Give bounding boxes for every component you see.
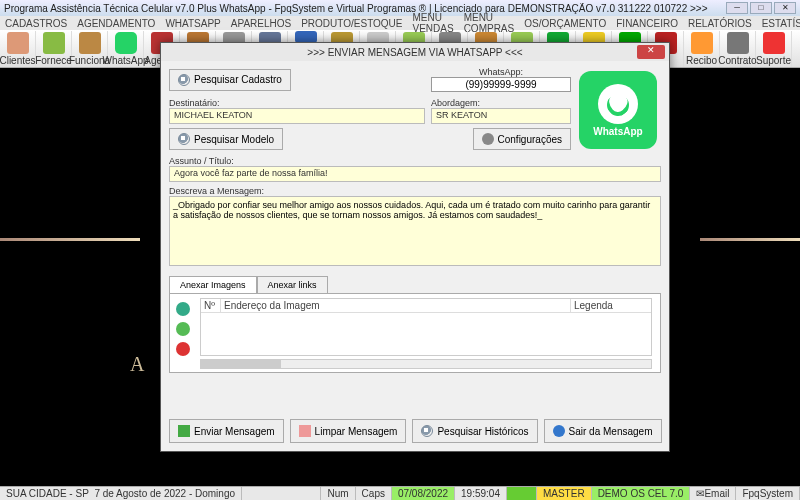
tool-whatsapp[interactable]: WhatsApp xyxy=(108,31,144,67)
menubar: CADASTROS AGENDAMENTO WHATSAPP APARELHOS… xyxy=(0,16,800,30)
whatsapp-bubble-icon xyxy=(598,84,638,124)
configuracoes-button[interactable]: Configurações xyxy=(473,128,571,150)
remove-image-button[interactable] xyxy=(176,342,190,356)
os-icon xyxy=(295,31,317,43)
pesquisar-historicos-button[interactable]: Pesquisar Históricos xyxy=(412,419,537,443)
images-panel: Nº Endereço da Imagem Legenda xyxy=(169,293,661,373)
support-icon xyxy=(763,32,785,54)
window-titlebar: Programa Assistência Técnica Celular v7.… xyxy=(0,0,800,16)
mensagem-textarea[interactable] xyxy=(169,196,661,266)
menu-produto[interactable]: PRODUTO/ESTOQUE xyxy=(298,18,405,29)
status-demo: DEMO OS CEL 7.0 xyxy=(592,487,691,500)
menu-estatistica[interactable]: ESTATÍSTICA xyxy=(759,18,800,29)
image-list[interactable]: Nº Endereço da Imagem Legenda xyxy=(200,298,652,356)
search-icon xyxy=(178,133,190,145)
phone-number: (99)99999-9999 xyxy=(431,77,571,92)
destinatario-label: Destinatário: xyxy=(169,98,425,108)
tool-clientes[interactable]: Clientes xyxy=(0,31,36,67)
status-email[interactable]: ✉ Email xyxy=(690,487,736,500)
destinatario-field[interactable]: MICHAEL KEATON xyxy=(169,108,425,124)
receipt-icon xyxy=(691,32,713,54)
dialog-title: >>> ENVIAR MENSAGEM VIA WHATSAPP <<< xyxy=(307,47,522,58)
dialog-titlebar: >>> ENVIAR MENSAGEM VIA WHATSAPP <<< ✕ xyxy=(161,43,669,61)
status-brand: FpqSystem xyxy=(736,487,800,500)
tab-anexar-links[interactable]: Anexar links xyxy=(257,276,328,294)
exit-icon xyxy=(553,425,565,437)
status-caps: Caps xyxy=(356,487,392,500)
pesquisar-modelo-button[interactable]: Pesquisar Modelo xyxy=(169,128,283,150)
status-date-short: 07/08/2022 xyxy=(392,487,455,500)
limpar-mensagem-button[interactable]: Limpar Mensagem xyxy=(290,419,407,443)
whatsapp-label: WhatsApp: xyxy=(431,67,571,77)
col-legenda: Legenda xyxy=(571,299,651,312)
menu-whatsapp[interactable]: WHATSAPP xyxy=(162,18,223,29)
decoration-line xyxy=(0,238,140,241)
tool-fornecedores[interactable]: Fornece xyxy=(36,31,72,67)
people-icon xyxy=(7,32,29,54)
tool-recibo[interactable]: Recibo xyxy=(684,31,720,67)
status-city: SUA CIDADE - SP xyxy=(6,488,89,499)
add-image-button[interactable] xyxy=(176,302,190,316)
eraser-icon xyxy=(299,425,311,437)
descreva-label: Descreva a Mensagem: xyxy=(169,186,661,196)
assunto-field[interactable]: Agora você faz parte de nossa família! xyxy=(169,166,661,182)
status-time: 19:59:04 xyxy=(455,487,507,500)
assunto-label: Assunto / Título: xyxy=(169,156,661,166)
decoration-line xyxy=(700,238,800,241)
tool-contrato[interactable]: Contrato xyxy=(720,31,756,67)
menu-agendamento[interactable]: AGENDAMENTO xyxy=(74,18,158,29)
status-date-long: 7 de Agosto de 2022 - Domingo xyxy=(94,488,235,499)
status-num: Num xyxy=(321,487,355,500)
abordagem-field[interactable]: SR KEATON xyxy=(431,108,571,124)
abordagem-label: Abordagem: xyxy=(431,98,571,108)
whatsapp-logo: WhatsApp xyxy=(579,71,657,149)
search-icon xyxy=(421,425,433,437)
tool-suporte[interactable]: Suporte xyxy=(756,31,792,67)
worker-icon xyxy=(79,32,101,54)
whatsapp-dialog: >>> ENVIAR MENSAGEM VIA WHATSAPP <<< ✕ W… xyxy=(160,42,670,452)
search-icon xyxy=(178,74,190,86)
menu-aparelhos[interactable]: APARELHOS xyxy=(228,18,294,29)
supplier-icon xyxy=(43,32,65,54)
window-title: Programa Assistência Técnica Celular v7.… xyxy=(4,3,726,14)
check-icon xyxy=(178,425,190,437)
col-numero: Nº xyxy=(201,299,221,312)
gear-icon xyxy=(482,133,494,145)
status-master: MASTER xyxy=(537,487,592,500)
horizontal-scrollbar[interactable] xyxy=(200,359,652,369)
menu-cadastros[interactable]: CADASTROS xyxy=(2,18,70,29)
close-window-button[interactable]: ✕ xyxy=(774,2,796,14)
decoration-letter: A xyxy=(130,353,144,376)
contract-icon xyxy=(727,32,749,54)
dialog-close-button[interactable]: ✕ xyxy=(637,45,665,59)
menu-os[interactable]: OS/ORÇAMENTO xyxy=(521,18,609,29)
menu-relatorios[interactable]: RELATÓRIOS xyxy=(685,18,755,29)
sair-mensagem-button[interactable]: Sair da Mensagem xyxy=(544,419,662,443)
maximize-button[interactable]: □ xyxy=(750,2,772,14)
whatsapp-icon xyxy=(115,32,137,54)
col-endereco: Endereço da Imagem xyxy=(221,299,571,312)
enviar-mensagem-button[interactable]: Enviar Mensagem xyxy=(169,419,284,443)
tab-anexar-imagens[interactable]: Anexar Imagens xyxy=(169,276,257,294)
status-indicator xyxy=(507,487,537,500)
minimize-button[interactable]: ─ xyxy=(726,2,748,14)
menu-financeiro[interactable]: FINANCEIRO xyxy=(613,18,681,29)
statusbar: SUA CIDADE - SP 7 de Agosto de 2022 - Do… xyxy=(0,486,800,500)
pesquisar-cadastro-button[interactable]: Pesquisar Cadastro xyxy=(169,69,291,91)
refresh-image-button[interactable] xyxy=(176,322,190,336)
